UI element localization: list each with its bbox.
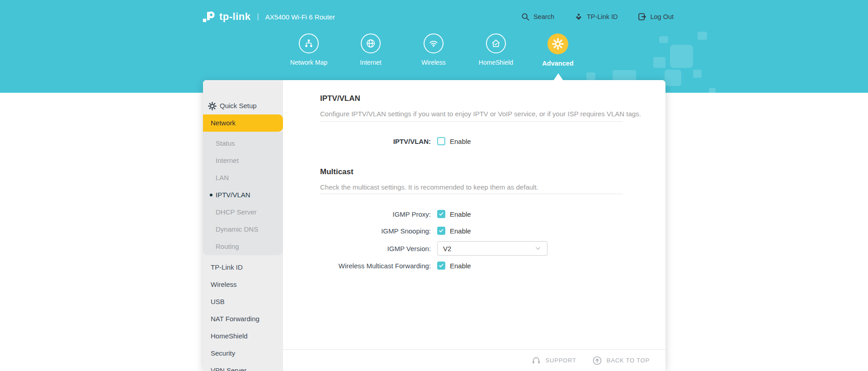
active-tab-pointer xyxy=(553,73,563,81)
wireless-multicast-forwarding-enable-checkbox[interactable] xyxy=(437,262,445,270)
field-label: IPTV/VLAN: xyxy=(283,138,431,145)
sidebar-item-vpn-server[interactable]: VPN Server xyxy=(203,362,283,371)
igmp-snooping-enable-checkbox[interactable] xyxy=(437,227,445,235)
sidebar-item-wireless[interactable]: Wireless xyxy=(203,276,283,293)
field-label: IGMP Version: xyxy=(283,245,431,252)
tab-label: Advanced xyxy=(526,60,590,67)
active-bullet xyxy=(210,194,212,196)
sidebar-subitem-dynamic-dns[interactable]: Dynamic DNS xyxy=(203,221,283,238)
checkbox-label: Enable xyxy=(450,262,471,270)
tplink-id-label: TP-Link ID xyxy=(587,13,618,20)
tab-label: Internet xyxy=(339,59,402,66)
sidebar-item-security[interactable]: Security xyxy=(203,345,283,362)
sidebar-item-tplink-id[interactable]: TP-Link ID xyxy=(203,259,283,276)
main-nav: Network Map Internet Wirele xyxy=(0,33,868,74)
card-footer: SUPPORT BACK TO TOP xyxy=(283,349,665,371)
wireless-multicast-forwarding-row: Wireless Multicast Forwarding: Enable xyxy=(283,262,471,270)
search-icon xyxy=(521,12,530,21)
sidebar-item-homeshield[interactable]: HomeShield xyxy=(203,328,283,345)
settings-card: Quick Setup Network Status Internet LAN … xyxy=(203,80,665,371)
arrow-up-circle-icon xyxy=(592,355,603,366)
sidebar-subitem-lan[interactable]: LAN xyxy=(203,169,283,186)
sidebar-subitem-routing[interactable]: Routing xyxy=(203,238,283,255)
iptv-vlan-row: IPTV/VLAN: Enable xyxy=(283,137,471,145)
section-title-multicast: Multicast xyxy=(320,167,354,176)
globe-icon xyxy=(365,38,376,49)
checkbox-label: Enable xyxy=(450,227,471,235)
logout-icon xyxy=(637,12,646,21)
logout-label: Log Out xyxy=(650,13,674,20)
sidebar-item-label: Network xyxy=(211,119,236,127)
select-value: V2 xyxy=(443,245,451,252)
checkbox-label: Enable xyxy=(450,138,471,145)
section-description: Configure IPTV/VLAN settings if you want… xyxy=(320,110,641,118)
iptv-vlan-enable-checkbox[interactable] xyxy=(437,137,445,145)
divider xyxy=(320,194,623,194)
quick-setup-gear-icon xyxy=(208,102,217,110)
checkbox-label: Enable xyxy=(450,210,471,218)
network-submenu: Status Internet LAN IPTV/VLAN DHCP Serve… xyxy=(203,132,283,255)
igmp-snooping-row: IGMP Snooping: Enable xyxy=(283,227,471,235)
section-description: Check the multicast settings. It is reco… xyxy=(320,183,538,191)
brand-separator: | xyxy=(257,13,259,21)
support-label: SUPPORT xyxy=(546,357,576,364)
tplink-id-icon xyxy=(574,12,583,21)
deco-square xyxy=(709,88,716,94)
back-to-top-button[interactable]: BACK TO TOP xyxy=(592,355,650,366)
chevron-down-icon xyxy=(533,244,542,253)
tab-network-map[interactable]: Network Map xyxy=(277,33,340,66)
sidebar-item-label: Quick Setup xyxy=(220,102,257,109)
tab-internet[interactable]: Internet xyxy=(339,33,402,66)
tplink-logo-icon xyxy=(203,10,216,24)
sidebar-item-network[interactable]: Network xyxy=(203,114,283,132)
field-label: IGMP Snooping: xyxy=(283,227,431,235)
field-label: IGMP Proxy: xyxy=(283,210,431,218)
tab-homeshield[interactable]: HomeShield xyxy=(464,33,528,66)
field-label: Wireless Multicast Forwarding: xyxy=(283,262,431,270)
product-title: AX5400 Wi-Fi 6 Router xyxy=(265,13,335,21)
search-button[interactable]: Search xyxy=(521,12,554,21)
tab-label: Network Map xyxy=(277,59,340,66)
sidebar-item-nat-forwarding[interactable]: NAT Forwarding xyxy=(203,310,283,328)
igmp-version-row: IGMP Version: V2 xyxy=(283,241,547,256)
igmp-proxy-row: IGMP Proxy: Enable xyxy=(283,210,471,218)
sidebar-subitem-internet[interactable]: Internet xyxy=(203,152,283,169)
logout-button[interactable]: Log Out xyxy=(637,12,674,21)
tab-label: Wireless xyxy=(402,59,465,66)
check-icon xyxy=(438,228,444,234)
sidebar-item-quick-setup[interactable]: Quick Setup xyxy=(203,97,283,114)
content: IPTV/VLAN Configure IPTV/VLAN settings i… xyxy=(283,80,665,371)
gear-icon xyxy=(552,38,564,50)
network-map-icon xyxy=(303,38,314,49)
tplink-id-button[interactable]: TP-Link ID xyxy=(574,12,618,21)
sidebar-subitem-iptv-vlan[interactable]: IPTV/VLAN xyxy=(203,186,283,204)
topmenu: Search TP-Link ID Log Out xyxy=(521,7,674,26)
support-button[interactable]: SUPPORT xyxy=(531,355,576,366)
igmp-version-select[interactable]: V2 xyxy=(437,241,547,256)
back-to-top-label: BACK TO TOP xyxy=(607,357,650,364)
check-icon xyxy=(438,211,444,217)
topbar: tp-link | AX5400 Wi-Fi 6 Router xyxy=(203,7,335,26)
wifi-icon xyxy=(428,38,439,49)
tab-advanced[interactable]: Advanced xyxy=(526,33,590,67)
section-title-iptv-vlan: IPTV/VLAN xyxy=(320,94,360,103)
check-icon xyxy=(438,262,444,269)
sidebar-item-usb[interactable]: USB xyxy=(203,293,283,310)
sidebar-subitem-dhcp-server[interactable]: DHCP Server xyxy=(203,204,283,221)
tab-wireless[interactable]: Wireless xyxy=(402,33,465,66)
sidebar-subitem-status[interactable]: Status xyxy=(203,135,283,152)
igmp-proxy-enable-checkbox[interactable] xyxy=(437,210,445,218)
home-shield-icon xyxy=(491,38,501,49)
sidebar: Quick Setup Network Status Internet LAN … xyxy=(203,80,283,371)
headset-icon xyxy=(531,355,542,366)
brand-name: tp-link xyxy=(219,11,251,23)
router-admin-page: tp-link | AX5400 Wi-Fi 6 Router Search T… xyxy=(0,0,868,371)
divider xyxy=(320,121,623,122)
tab-label: HomeShield xyxy=(464,59,528,66)
search-label: Search xyxy=(533,13,554,20)
